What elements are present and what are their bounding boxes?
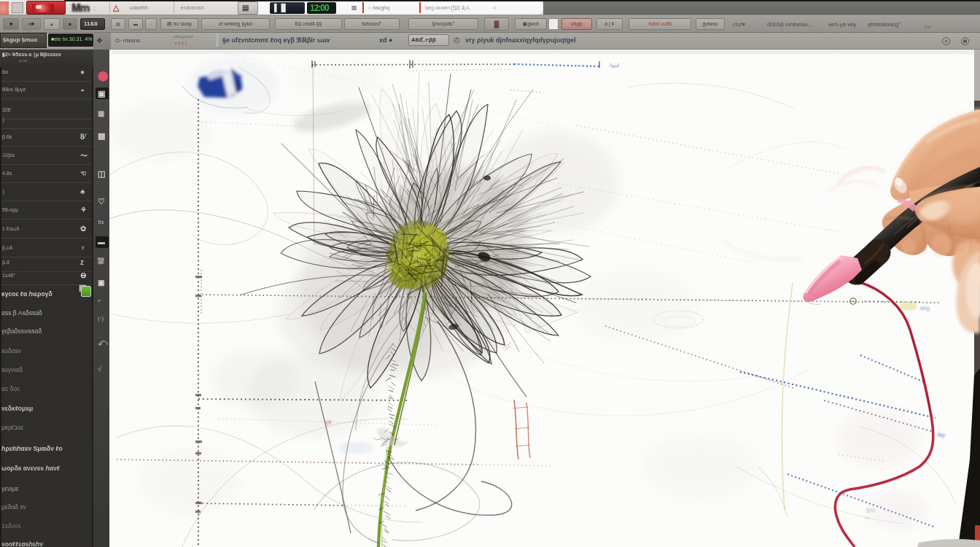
svg-text:Rρ: Rρ (938, 432, 946, 438)
svg-text:ειν: ειν (865, 516, 870, 520)
svg-text:§¶: §¶ (325, 419, 332, 426)
svg-text:²so²: ²so² (610, 63, 620, 69)
svg-text:king: king (920, 306, 930, 311)
svg-text:§13: §13 (866, 508, 875, 513)
